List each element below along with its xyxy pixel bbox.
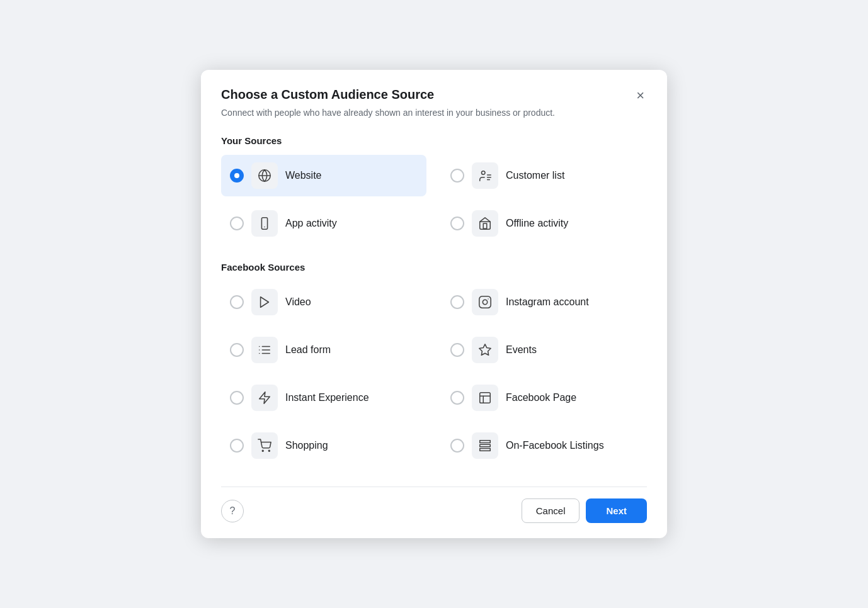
svg-rect-7 bbox=[479, 296, 491, 308]
radio-instagram-account bbox=[450, 295, 464, 309]
svg-marker-17 bbox=[260, 392, 270, 403]
source-option-website[interactable]: Website bbox=[221, 155, 426, 196]
facebook-page-icon bbox=[472, 385, 498, 411]
radio-on-facebook-listings bbox=[450, 439, 464, 453]
store-icon bbox=[472, 210, 498, 237]
shopping-icon bbox=[251, 432, 278, 459]
mobile-icon bbox=[251, 210, 278, 237]
svg-point-21 bbox=[262, 450, 263, 451]
footer-actions: Cancel Next bbox=[522, 498, 647, 523]
radio-video bbox=[230, 295, 244, 309]
help-button[interactable]: ? bbox=[221, 500, 244, 522]
facebook-sources-title: Facebook Sources bbox=[221, 262, 647, 273]
lead-form-icon bbox=[251, 337, 278, 363]
your-sources-title: Your Sources bbox=[221, 135, 647, 146]
customer-list-icon bbox=[472, 162, 498, 189]
svg-rect-4 bbox=[483, 223, 487, 228]
source-option-app-activity[interactable]: App activity bbox=[221, 203, 426, 244]
svg-point-1 bbox=[482, 171, 486, 175]
close-button[interactable]: × bbox=[634, 87, 647, 104]
radio-facebook-page bbox=[450, 391, 464, 405]
source-option-instagram-account[interactable]: Instagram account bbox=[442, 281, 647, 323]
facebook-sources-section: Facebook Sources Video bbox=[221, 262, 647, 466]
your-sources-grid: Website Customer list bbox=[221, 155, 647, 244]
cancel-button[interactable]: Cancel bbox=[522, 498, 580, 523]
source-label-events: Events bbox=[506, 344, 537, 356]
radio-app-activity bbox=[230, 217, 244, 230]
source-option-facebook-page[interactable]: Facebook Page bbox=[442, 377, 647, 419]
listings-icon bbox=[472, 432, 498, 459]
radio-offline-activity bbox=[450, 217, 464, 230]
modal-subtitle: Connect with people who have already sho… bbox=[221, 108, 647, 118]
modal-title: Choose a Custom Audience Source bbox=[221, 87, 434, 102]
radio-customer-list bbox=[450, 169, 464, 183]
source-option-shopping[interactable]: Shopping bbox=[221, 425, 426, 466]
svg-point-9 bbox=[488, 298, 488, 299]
source-label-lead-form: Lead form bbox=[285, 344, 331, 356]
play-icon bbox=[251, 289, 278, 315]
svg-marker-16 bbox=[479, 344, 491, 355]
globe-icon bbox=[251, 162, 278, 189]
svg-marker-6 bbox=[261, 297, 269, 308]
svg-point-22 bbox=[268, 450, 270, 451]
help-icon: ? bbox=[230, 505, 236, 517]
radio-events bbox=[450, 343, 464, 357]
bolt-icon bbox=[251, 385, 278, 411]
modal: Choose a Custom Audience Source × Connec… bbox=[201, 70, 667, 538]
radio-lead-form bbox=[230, 343, 244, 357]
modal-footer: ? Cancel Next bbox=[221, 487, 647, 523]
source-label-app-activity: App activity bbox=[285, 218, 337, 229]
source-option-lead-form[interactable]: Lead form bbox=[221, 329, 426, 371]
source-label-video: Video bbox=[285, 296, 311, 308]
your-sources-section: Your Sources Website bbox=[221, 135, 647, 244]
source-label-customer-list: Customer list bbox=[506, 170, 564, 181]
radio-shopping bbox=[230, 439, 244, 453]
facebook-sources-grid: Video Instagram account bbox=[221, 281, 647, 466]
source-label-instagram-account: Instagram account bbox=[506, 296, 589, 308]
source-option-events[interactable]: Events bbox=[442, 329, 647, 371]
svg-rect-2 bbox=[261, 218, 267, 229]
source-label-facebook-page: Facebook Page bbox=[506, 392, 576, 403]
source-label-instant-experience: Instant Experience bbox=[285, 392, 369, 403]
source-option-video[interactable]: Video bbox=[221, 281, 426, 323]
source-label-website: Website bbox=[285, 170, 322, 181]
source-option-instant-experience[interactable]: Instant Experience bbox=[221, 377, 426, 419]
source-label-offline-activity: Offline activity bbox=[506, 218, 568, 229]
svg-rect-18 bbox=[480, 393, 491, 403]
radio-instant-experience bbox=[230, 391, 244, 405]
next-button[interactable]: Next bbox=[586, 498, 647, 523]
svg-point-8 bbox=[483, 300, 487, 304]
source-option-offline-activity[interactable]: Offline activity bbox=[442, 203, 647, 244]
modal-header: Choose a Custom Audience Source × bbox=[221, 87, 647, 104]
radio-website bbox=[230, 169, 244, 183]
instagram-icon bbox=[472, 289, 498, 315]
source-option-on-facebook-listings[interactable]: On-Facebook Listings bbox=[442, 425, 647, 466]
source-label-shopping: Shopping bbox=[285, 440, 328, 451]
events-icon bbox=[472, 337, 498, 363]
source-label-on-facebook-listings: On-Facebook Listings bbox=[506, 440, 604, 451]
source-option-customer-list[interactable]: Customer list bbox=[442, 155, 647, 196]
